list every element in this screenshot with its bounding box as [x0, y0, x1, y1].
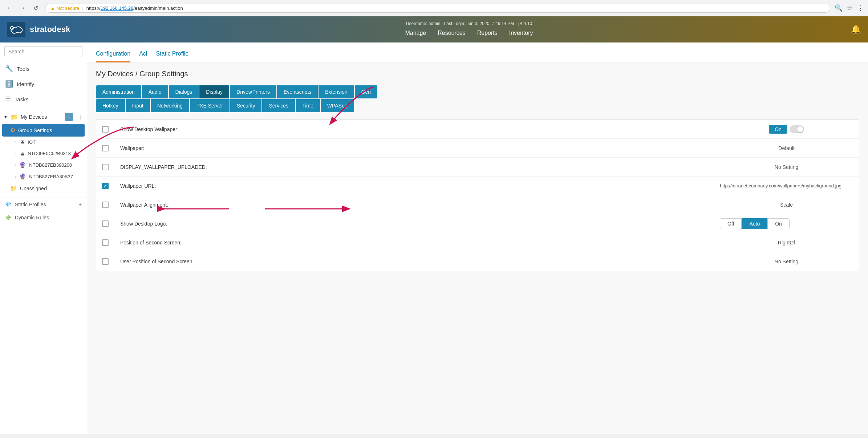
globe2-icon: 🔮	[19, 173, 26, 180]
cat-time[interactable]: Time	[296, 99, 320, 112]
main-layout: 🔧 Tools ℹ️ Identify ☰ Tasks ▼ 📁 My Devic…	[0, 42, 868, 434]
nav-resources[interactable]: Resources	[438, 28, 465, 38]
static-profiles-label: Static Profiles	[15, 202, 46, 207]
checkbox-wallpaper-url[interactable]: ✓	[102, 183, 109, 189]
tab-static-profile[interactable]: Static Profile	[156, 48, 188, 62]
dynamic-icon: ✳️	[5, 215, 11, 220]
my-devices-options-icon[interactable]: ⋮	[77, 114, 83, 121]
tasks-icon: ☰	[5, 95, 11, 103]
device1-item[interactable]: › 🖥 NTD00E0C52B0318	[0, 148, 87, 159]
cat-gen[interactable]: Gen	[355, 85, 377, 98]
cat-security[interactable]: Security	[230, 99, 262, 112]
identify-label: Identify	[17, 81, 34, 87]
checkbox-wallpaper-alignment[interactable]	[102, 202, 109, 208]
check-wallpaper-alignment	[96, 202, 114, 208]
btn-on[interactable]: On	[767, 218, 790, 229]
url-path: /easyadmin/main.action	[133, 5, 183, 11]
dynamic-rules-label: Dynamic Rules	[15, 215, 49, 220]
device2-item[interactable]: › 🔮 NTDB827EB390200	[0, 159, 87, 171]
static-profiles-item[interactable]: 💎 Static Profiles +	[0, 198, 87, 211]
nav-manage[interactable]: Manage	[405, 28, 426, 38]
cat-wpasup[interactable]: WPASup	[321, 99, 354, 112]
chevron-right-icon: ›	[15, 175, 16, 179]
back-button[interactable]: ←	[4, 3, 15, 13]
search-box	[0, 42, 87, 61]
chevron-right-icon: ›	[15, 163, 16, 167]
add-static-profiles-icon[interactable]: +	[79, 202, 82, 207]
url-separator: |	[82, 5, 83, 11]
checkbox-show-desktop-wallpaper[interactable]	[102, 126, 109, 133]
iot-label: IOT	[28, 139, 36, 145]
dynamic-rules-item[interactable]: ✳️ Dynamic Rules	[0, 211, 87, 224]
cat-pxe-server[interactable]: PXE Server	[190, 99, 230, 112]
group-settings-item[interactable]: ⚙ Group Settings	[2, 124, 85, 137]
btn-off[interactable]: Off	[720, 218, 742, 229]
my-devices-section: ▼ 📁 My Devices + ⋮ ⚙ Group Settings › 🖥 …	[0, 107, 87, 198]
settings-row-display-wallpaper-uploaded: DISPLAY_WALLPAPER_UPLOADED: No Setting	[96, 158, 859, 177]
zoom-icon[interactable]: 🔍	[835, 4, 843, 12]
nav-inventory[interactable]: Inventory	[509, 28, 533, 38]
settings-row-show-desktop-wallpaper: Show Desktop Wallpaper: On	[96, 120, 859, 139]
cat-services[interactable]: Services	[262, 99, 295, 112]
checkbox-show-desktop-logo[interactable]	[102, 220, 109, 227]
iot-item[interactable]: › 🖥 IOT	[0, 137, 87, 148]
refresh-button[interactable]: ↺	[31, 3, 41, 13]
forward-button[interactable]: →	[17, 3, 28, 13]
monitor-icon: 🖥	[19, 150, 25, 157]
cat-input[interactable]: Input	[126, 99, 150, 112]
sidebar-item-tasks[interactable]: ☰ Tasks	[0, 92, 87, 107]
not-secure-indicator: ▲ Not secure	[50, 5, 79, 11]
cat-drives-printers[interactable]: Drives/Printers	[230, 85, 276, 98]
url-host: 192.168.145.28	[101, 5, 133, 11]
settings-panel: Show Desktop Wallpaper: On Wallpaper: De	[96, 119, 859, 271]
app-header: stratodesk Username: admin [ Last Login:…	[0, 16, 868, 42]
settings-row-wallpaper-alignment: Wallpaper Alignment: Scale	[96, 195, 859, 214]
notification-bell-icon[interactable]: 🔔	[851, 25, 861, 34]
add-my-devices-button[interactable]: +	[65, 113, 73, 121]
label-position-second-screen: Position of Second Screen:	[114, 235, 714, 250]
header-center: Username: admin [ Last Login: Jun 3, 202…	[87, 21, 851, 38]
cat-extension[interactable]: Extension	[319, 85, 354, 98]
device3-item[interactable]: › 🔮 NTDB827EBA80B37	[0, 171, 87, 182]
cat-eventscripts[interactable]: Eventscripts	[277, 85, 318, 98]
checkbox-wallpaper[interactable]	[102, 145, 109, 151]
check-show-desktop-wallpaper	[96, 126, 114, 133]
checkbox-position-second-screen[interactable]	[102, 239, 109, 246]
cat-administration[interactable]: Administration	[96, 85, 141, 98]
url-scheme: https://	[86, 5, 101, 11]
search-input[interactable]	[4, 46, 82, 57]
logo-text: stratodesk	[30, 25, 70, 34]
btn-auto[interactable]: Auto	[742, 218, 767, 229]
check-position-second-screen	[96, 239, 114, 246]
bookmark-icon[interactable]: ☆	[847, 4, 853, 12]
menu-icon[interactable]: ⋮	[857, 4, 864, 12]
cat-hotkey[interactable]: Hotkey	[96, 99, 125, 112]
tabs-bar: Configuration Acl Static Profile	[87, 42, 868, 62]
settings-row-wallpaper: Wallpaper: Default	[96, 139, 859, 158]
nav-reports[interactable]: Reports	[477, 28, 498, 38]
checkbox-display-wallpaper-uploaded[interactable]	[102, 164, 109, 170]
category-row-1: Administration Audio Dialogs Display Dri…	[96, 85, 859, 98]
address-bar[interactable]: ▲ Not secure | https://192.168.145.28/ea…	[45, 4, 830, 13]
device1-label: NTD00E0C52B0318	[28, 151, 71, 156]
unassigned-item[interactable]: 📁 Unassigned	[0, 182, 87, 195]
tab-configuration[interactable]: Configuration	[96, 48, 130, 62]
cat-display[interactable]: Display	[199, 85, 229, 98]
cat-networking[interactable]: Networking	[151, 99, 189, 112]
sidebar-item-identify[interactable]: ℹ️ Identify	[0, 76, 87, 92]
cat-audio[interactable]: Audio	[142, 85, 168, 98]
check-wallpaper	[96, 145, 114, 151]
my-devices-header[interactable]: ▼ 📁 My Devices + ⋮	[0, 110, 87, 124]
url-display: https://192.168.145.28/easyadmin/main.ac…	[86, 5, 183, 11]
toggle-on-label[interactable]: On	[769, 125, 787, 134]
sidebar-item-tools[interactable]: 🔧 Tools	[0, 61, 87, 76]
toggle-slider[interactable]	[790, 125, 804, 133]
check-display-wallpaper-uploaded	[96, 164, 114, 170]
cat-dialogs[interactable]: Dialogs	[169, 85, 199, 98]
chevron-right-icon: ›	[15, 151, 16, 155]
tab-acl[interactable]: Acl	[139, 48, 147, 62]
tools-label: Tools	[17, 66, 29, 72]
logo-area: stratodesk	[7, 22, 87, 37]
nav-menu: Manage Resources Reports Inventory	[405, 28, 533, 38]
checkbox-user-position-second-screen[interactable]	[102, 258, 109, 265]
